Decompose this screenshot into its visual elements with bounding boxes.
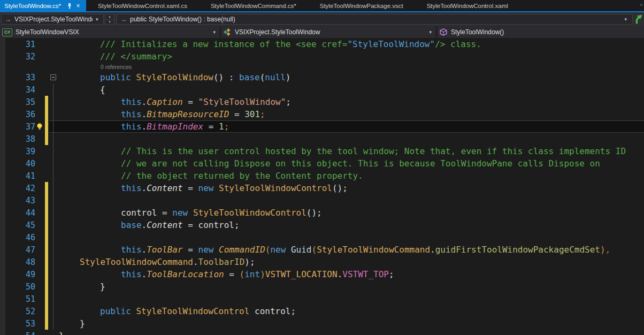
tab-styletoolwindowcontrol-xaml-cs[interactable]: StyleToolWindowControl.xaml.cs (86, 0, 199, 11)
change-bar (45, 256, 48, 268)
line-number[interactable]: 51 (5, 294, 35, 304)
line-number[interactable]: 41 (5, 171, 35, 181)
line-number[interactable]: 45 (5, 220, 35, 230)
change-bar (45, 182, 48, 194)
line-number[interactable]: 35 (5, 97, 35, 107)
line-number[interactable]: 53 (5, 319, 35, 329)
code-line[interactable]: 33public StyleToolWindow() : base(null) (5, 71, 644, 83)
line-number[interactable]: 49 (5, 270, 35, 279)
tab-styletoolwindowpackage-vsct[interactable]: StyleToolWindowPackage.vsct (308, 0, 415, 11)
fold-column (49, 305, 58, 317)
code-line[interactable]: 51 (5, 293, 644, 305)
tab-label: StyleToolWindow.cs* (4, 3, 61, 9)
member-spinner[interactable]: ▴ ▾ (105, 14, 114, 25)
pin-icon[interactable] (66, 2, 73, 10)
code-line[interactable]: 45base.Content = control; (5, 219, 644, 231)
breadcrumb-scope-3[interactable]: StyleToolWindow() (436, 26, 644, 38)
fold-collapse-box[interactable] (50, 74, 56, 80)
code-line[interactable]: 54} (5, 330, 644, 335)
breadcrumb-scope-1[interactable]: C#StyleToolWindowVSIX▾ (0, 26, 220, 38)
code-line[interactable]: 46 (5, 231, 644, 243)
code-line[interactable]: 42this.Content = new StyleToolWindowCont… (5, 182, 644, 194)
line-number[interactable]: 42 (5, 184, 35, 193)
code-line[interactable]: 32/// </summary> (5, 50, 644, 63)
line-number[interactable]: 54 (5, 331, 35, 335)
line-number[interactable]: 48 (5, 257, 35, 267)
code-text: this.ToolBar = new CommandID(new Guid(St… (59, 245, 610, 255)
code-line[interactable]: 40// we are not calling Dispose on this … (5, 157, 644, 170)
code-line[interactable]: 50} (5, 280, 644, 293)
codelens-references[interactable]: 0 references (5, 64, 132, 70)
line-number[interactable]: 34 (5, 85, 35, 95)
member-dropdown[interactable]: → public StyleToolWindow() : base(null) (117, 14, 633, 25)
code-line[interactable]: 43 (5, 194, 644, 207)
change-bar (45, 207, 48, 219)
change-bar-column (44, 157, 49, 170)
code-line[interactable]: 47this.ToolBar = new CommandID(new Guid(… (5, 243, 644, 256)
curved-arrow-icon[interactable] (632, 13, 644, 26)
tab-styletoolwindowcontrol-xaml[interactable]: StyleToolWindowControl.xaml (415, 0, 520, 11)
project-dropdown[interactable]: → VSIXProject.StyleToolWindow ▾ (1, 14, 104, 25)
change-bar (45, 133, 48, 145)
code-line[interactable]: 44control = new StyleToolWindowControl()… (5, 207, 644, 219)
change-bar-column (44, 293, 49, 305)
chevron-down-icon: ▾ (213, 29, 216, 35)
line-number[interactable]: 32 (5, 52, 35, 62)
change-bar-column (44, 120, 49, 133)
change-bar (45, 219, 48, 231)
code-text: /// </summary> (59, 51, 172, 62)
line-number[interactable]: 52 (5, 307, 35, 316)
line-number[interactable]: 38 (5, 134, 35, 144)
code-line[interactable]: 36this.BitmapResourceID = 301; (5, 108, 644, 120)
document-tab-bar: StyleToolWindow.cs*×StyleToolWindowContr… (0, 0, 644, 11)
line-number[interactable]: 50 (5, 282, 35, 292)
tab-styletoolwindowcommand-cs-[interactable]: StyleToolWindowCommand.cs* (199, 0, 308, 11)
code-line[interactable]: 53} (5, 317, 644, 330)
tab-overflow-icon[interactable]: « (640, 1, 643, 7)
fold-column (49, 120, 58, 133)
line-number[interactable]: 37 (5, 122, 35, 132)
line-number[interactable]: 39 (5, 147, 35, 156)
fold-column (49, 256, 58, 268)
tab-label: StyleToolWindowControl.xaml.cs (98, 3, 187, 9)
fold-guide-line (53, 170, 53, 182)
code-editor[interactable]: 31/// Initializes a new instance of the … (0, 38, 644, 335)
line-number[interactable]: 46 (5, 233, 35, 242)
code-line[interactable]: 52public StyleToolWindowControl control; (5, 305, 644, 317)
code-line[interactable]: 39// This is the user control hosted by … (5, 145, 644, 157)
breadcrumb-scope-2[interactable]: VSIXProject.StyleToolWindow▾ (220, 26, 436, 38)
code-text: base.Content = control; (59, 220, 240, 230)
change-bar-column (44, 280, 49, 293)
chevron-down-icon[interactable]: ▾ (624, 17, 627, 22)
code-line[interactable]: 35this.Caption = "StyleToolWindow"; (5, 96, 644, 108)
glyph-margin[interactable] (0, 38, 5, 335)
code-line[interactable]: 48StyleToolWindowCommand.ToolbarID); (5, 256, 644, 268)
line-number[interactable]: 44 (5, 208, 35, 218)
tab-label: StyleToolWindowCommand.cs* (211, 3, 296, 9)
glyph-cell (35, 207, 44, 219)
change-bar (45, 268, 48, 280)
fold-column (49, 280, 58, 293)
close-icon[interactable]: × (74, 2, 82, 10)
line-number[interactable]: 33 (5, 73, 35, 82)
tab-styletoolwindow-cs-[interactable]: StyleToolWindow.cs*× (0, 0, 86, 11)
code-line[interactable]: 31/// Initializes a new instance of the … (5, 38, 644, 50)
code-line[interactable]: 37this.BitmapIndex = 1; (5, 120, 644, 133)
change-bar-column (44, 268, 49, 280)
change-bar (45, 231, 48, 243)
change-bar (45, 317, 48, 330)
code-line[interactable]: 38 (5, 133, 644, 145)
spinner-down-icon[interactable]: ▾ (105, 20, 114, 25)
line-number[interactable]: 43 (5, 196, 35, 205)
line-number[interactable]: 36 (5, 110, 35, 119)
code-line[interactable]: 34{ (5, 83, 644, 96)
code-text: } (59, 281, 105, 292)
code-line[interactable]: 41// the object returned by the Content … (5, 170, 644, 182)
line-number[interactable]: 31 (5, 40, 35, 49)
code-line[interactable]: 49this.ToolBarLocation = (int)VSTWT_LOCA… (5, 268, 644, 280)
glyph-cell (35, 170, 44, 182)
line-number[interactable]: 47 (5, 245, 35, 255)
spinner-up-icon[interactable]: ▴ (105, 14, 114, 20)
line-number[interactable]: 40 (5, 159, 35, 169)
lightbulb-icon[interactable] (35, 120, 44, 133)
